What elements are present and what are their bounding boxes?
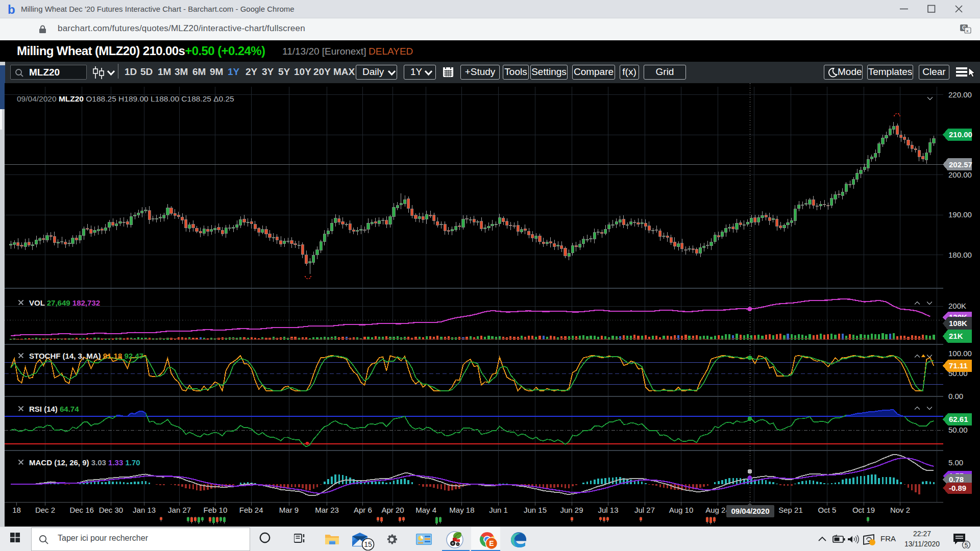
svg-text:RSI (14) 64.74: RSI (14) 64.74 (29, 405, 79, 413)
svg-text:Apr 20: Apr 20 (381, 506, 404, 514)
svg-text:Oct 5: Oct 5 (818, 506, 837, 514)
svg-text:Dec 30: Dec 30 (99, 506, 124, 514)
svg-text:Feb 10: Feb 10 (204, 506, 228, 514)
svg-text:210.00: 210.00 (949, 130, 972, 139)
svg-text:190.00: 190.00 (948, 210, 972, 219)
svg-text:0.00: 0.00 (948, 392, 963, 400)
svg-text:Oct 19: Oct 19 (852, 506, 875, 514)
svg-text:62.61: 62.61 (949, 415, 968, 423)
svg-text:09/04/2020: 09/04/2020 (731, 507, 769, 515)
svg-text:5: 5 (965, 542, 968, 548)
svg-text:Jun 29: Jun 29 (560, 506, 583, 514)
svg-text:Jun 15: Jun 15 (524, 506, 547, 514)
svg-text:202.57: 202.57 (949, 160, 972, 169)
svg-text:Jul 27: Jul 27 (634, 506, 655, 514)
svg-text:STOCHF (14, 3, MA) 91.18 92.47: STOCHF (14, 3, MA) 91.18 92.47 (29, 352, 143, 360)
svg-text:Apr 6: Apr 6 (354, 506, 372, 514)
svg-text:Sep 21: Sep 21 (778, 506, 803, 514)
svg-text:180.00: 180.00 (948, 251, 972, 259)
svg-text:Dec 16: Dec 16 (69, 506, 94, 514)
svg-text:MACD (12, 26, 9) 3.03 1.33 1.7: MACD (12, 26, 9) 3.03 1.33 1.70 (29, 458, 140, 467)
svg-text:5.00: 5.00 (948, 458, 963, 467)
svg-text:Mar 23: Mar 23 (315, 506, 339, 514)
svg-text:Aug 24: Aug 24 (705, 506, 730, 514)
svg-text:15: 15 (364, 540, 372, 548)
svg-text:Dec 2: Dec 2 (35, 506, 55, 514)
svg-text:Jul 13: Jul 13 (598, 506, 618, 514)
svg-text:Feb 24: Feb 24 (239, 506, 263, 514)
svg-text:Aug 10: Aug 10 (669, 506, 694, 514)
svg-text:Mar 9: Mar 9 (279, 506, 299, 514)
svg-text:Jun 1: Jun 1 (489, 506, 508, 514)
svg-text:220.00: 220.00 (948, 90, 972, 99)
svg-text:Jan 13: Jan 13 (133, 506, 156, 514)
svg-text:-0.89: -0.89 (949, 484, 966, 492)
svg-text:09/04/2020 MLZ20 O188.25 H18: 09/04/2020 MLZ20 O188.25 H189.00 L188.00… (17, 94, 234, 103)
svg-text:100.00: 100.00 (948, 349, 972, 358)
svg-text:Nov 2: Nov 2 (890, 506, 910, 514)
svg-text:200.00: 200.00 (948, 170, 972, 179)
svg-text:VOL 27,649 182,732: VOL 27,649 182,732 (29, 298, 100, 307)
svg-text:50.00: 50.00 (948, 425, 968, 434)
svg-text:Jan 27: Jan 27 (168, 506, 191, 514)
svg-text:May 18: May 18 (449, 506, 474, 514)
svg-text:71.11: 71.11 (949, 361, 968, 370)
svg-text:200K: 200K (948, 302, 966, 310)
svg-text:E: E (489, 539, 494, 547)
svg-text:108K: 108K (949, 319, 967, 328)
svg-text:18: 18 (12, 506, 21, 514)
svg-text:May 4: May 4 (415, 506, 436, 514)
svg-text:21K: 21K (949, 332, 963, 340)
